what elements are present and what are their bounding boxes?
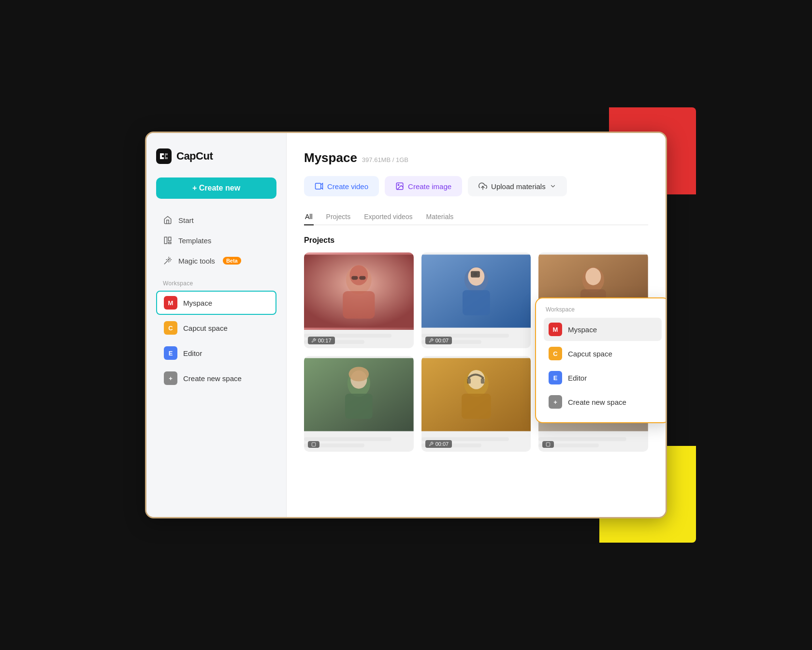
project-thumb-2: [421, 252, 531, 330]
create-new-button[interactable]: + Create new: [156, 177, 276, 199]
main-content: Myspace 397.61MB / 1GB Create video: [287, 133, 666, 517]
svg-point-22: [586, 268, 601, 285]
page-header: Myspace 397.61MB / 1GB: [304, 150, 648, 165]
duration-badge-2: 00:07: [425, 337, 452, 344]
popup-capcut-label: Capcut space: [568, 350, 612, 358]
project-card-4[interactable]: [304, 356, 414, 452]
svg-point-10: [349, 265, 368, 285]
workspace-section-label: Workspace: [156, 271, 276, 291]
svg-rect-44: [547, 443, 551, 446]
create-image-button[interactable]: Create image: [385, 176, 462, 196]
duration-2: 00:07: [435, 338, 449, 343]
popup-avatar-editor: E: [549, 371, 562, 384]
workspace-item-capcut-label: Capcut space: [183, 324, 228, 332]
app-name: CapCut: [176, 150, 213, 162]
workspace-item-capcut[interactable]: C Capcut space: [156, 316, 276, 340]
avatar-capcut: C: [164, 321, 177, 335]
video-icon: [315, 182, 323, 191]
svg-rect-11: [343, 291, 375, 319]
svg-point-6: [398, 184, 399, 185]
svg-rect-34: [462, 394, 491, 419]
svg-rect-36: [480, 378, 484, 384]
page-title: Myspace: [304, 150, 357, 165]
card-6-meta: [538, 433, 648, 452]
sidebar-item-templates-label: Templates: [178, 236, 211, 245]
tab-materials[interactable]: Materials: [425, 209, 455, 225]
svg-point-19: [473, 272, 477, 276]
duration-badge-6: [542, 441, 554, 448]
project-thumb-4: [304, 356, 414, 433]
home-icon: [163, 215, 173, 225]
upload-materials-button[interactable]: Upload materials: [468, 176, 567, 196]
svg-rect-30: [312, 443, 316, 446]
avatar-editor: E: [164, 346, 177, 360]
workspace-item-myspace[interactable]: M Myspace: [156, 291, 276, 315]
svg-rect-4: [316, 183, 321, 189]
duration-badge-5: 00:07: [425, 440, 452, 448]
avatar-myspace: M: [164, 296, 177, 310]
image-icon: [395, 182, 404, 191]
popup-item-myspace[interactable]: M Myspace: [544, 318, 662, 341]
popup-create-space-label: Create new space: [568, 398, 626, 406]
project-card-1[interactable]: 00:17: [304, 252, 414, 348]
popup-item-capcut[interactable]: C Capcut space: [544, 342, 662, 365]
duration-badge-1: 00:17: [308, 337, 335, 344]
screen-background: CapCut + Create new Start: [116, 107, 696, 543]
workspace-item-create-space-label: Create new space: [183, 374, 242, 383]
templates-icon: [163, 236, 173, 245]
sidebar-item-start-label: Start: [178, 216, 194, 224]
tab-exported-videos[interactable]: Exported videos: [363, 209, 413, 225]
duration-badge-4: [308, 441, 319, 448]
popup-avatar-myspace: M: [549, 323, 562, 336]
create-video-label: Create video: [327, 182, 368, 191]
chevron-down-icon: [550, 183, 556, 190]
svg-rect-12: [351, 276, 358, 280]
avatar-plus-icon: +: [164, 371, 177, 385]
sidebar-item-magic-label: Magic tools: [178, 257, 215, 265]
workspace-item-editor-label: Editor: [183, 349, 202, 357]
capcut-logo-icon: [156, 148, 172, 164]
tab-projects[interactable]: Projects: [325, 209, 352, 225]
workspace-item-create-space[interactable]: + Create new space: [156, 366, 276, 390]
svg-rect-28: [345, 394, 373, 419]
action-buttons-row: Create video Create image: [304, 176, 648, 196]
project-card-2[interactable]: 00:07: [421, 252, 531, 348]
svg-rect-35: [467, 378, 471, 384]
svg-rect-13: [359, 276, 365, 280]
beta-badge: Beta: [223, 257, 241, 265]
logo: CapCut: [156, 148, 276, 164]
duration-1: 00:17: [318, 338, 332, 343]
storage-info: 397.61MB / 1GB: [362, 156, 408, 163]
create-image-label: Create image: [408, 182, 451, 191]
svg-rect-1: [164, 237, 167, 244]
popup-myspace-label: Myspace: [568, 325, 597, 334]
duration-5: 00:07: [435, 441, 449, 447]
popup-avatar-capcut: C: [549, 347, 562, 360]
sidebar-item-magic-tools[interactable]: Magic tools Beta: [156, 251, 276, 270]
upload-materials-label: Upload materials: [491, 182, 546, 191]
content-tabs: All Projects Exported videos Materials: [304, 209, 648, 225]
magic-icon: [163, 256, 173, 266]
card-4-meta: [304, 433, 414, 452]
popup-editor-label: Editor: [568, 374, 587, 382]
popup-item-editor[interactable]: E Editor: [544, 366, 662, 389]
svg-rect-2: [169, 237, 171, 241]
popup-item-create-space[interactable]: + Create new space: [544, 390, 662, 414]
popup-avatar-plus: +: [549, 395, 562, 409]
projects-section-title: Projects: [304, 236, 648, 245]
create-video-button[interactable]: Create video: [304, 176, 379, 196]
tab-all[interactable]: All: [304, 209, 314, 225]
svg-rect-0: [156, 148, 172, 164]
sidebar-item-templates[interactable]: Templates: [156, 231, 276, 250]
sidebar: CapCut + Create new Start: [146, 133, 287, 517]
app-window: CapCut + Create new Start: [145, 132, 667, 518]
project-card-5[interactable]: 00:07: [421, 356, 531, 452]
project-thumb-5: [421, 356, 531, 433]
workspace-item-editor[interactable]: E Editor: [156, 341, 276, 365]
workspace-item-myspace-label: Myspace: [183, 299, 212, 307]
svg-rect-17: [463, 290, 490, 315]
project-thumb-1: [304, 252, 414, 330]
sidebar-item-start[interactable]: Start: [156, 210, 276, 230]
svg-point-29: [349, 367, 369, 381]
svg-rect-3: [169, 242, 171, 244]
